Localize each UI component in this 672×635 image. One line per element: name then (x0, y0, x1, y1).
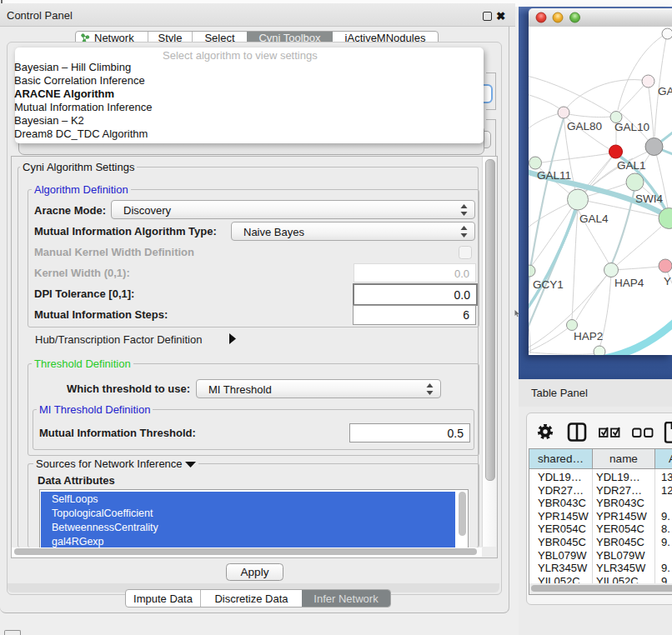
svg-text:GAL11: GAL11 (537, 169, 571, 182)
svg-text:HAP4: HAP4 (614, 277, 644, 289)
svg-text:GAL80: GAL80 (567, 120, 602, 132)
svg-text:GAL4: GAL4 (579, 212, 609, 225)
svg-text:GAL7: GAL7 (658, 85, 672, 98)
svg-text:Y: Y (664, 275, 671, 288)
svg-text:SWI4: SWI4 (635, 192, 663, 205)
svg-text:GAL10: GAL10 (614, 121, 649, 133)
svg-text:GCY1: GCY1 (533, 278, 564, 291)
svg-text:GAL1: GAL1 (617, 159, 646, 172)
svg-text:HAP2: HAP2 (574, 330, 603, 342)
